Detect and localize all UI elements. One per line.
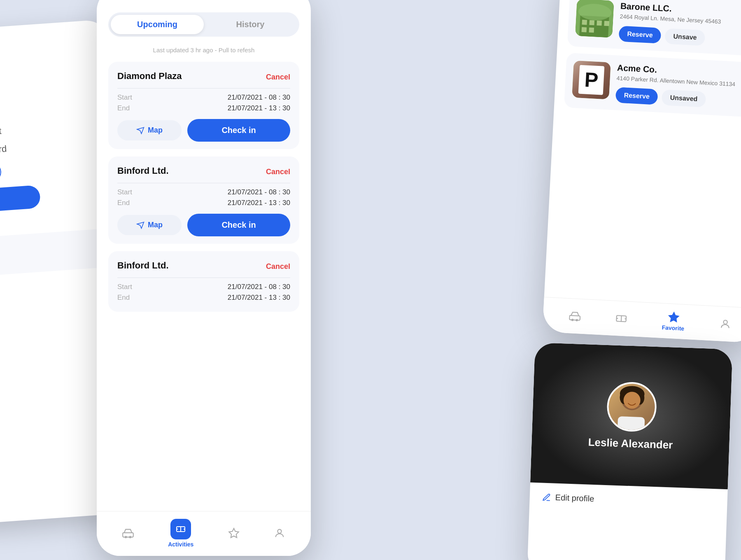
start-label-2: Start bbox=[117, 188, 132, 196]
left-card-1: 3 : 30 3 : 30 bbox=[0, 229, 111, 278]
activities-badge bbox=[170, 519, 191, 539]
cancel-button-3[interactable]: Cancel bbox=[266, 262, 290, 271]
right-phone: Barone LLC. 2464 Royal Ln. Mesa, Ne Jers… bbox=[542, 0, 741, 343]
svg-point-4 bbox=[129, 537, 131, 538]
parking-image: P bbox=[572, 60, 611, 99]
start-date-2: 21/07/2021 - 08 : 30 bbox=[228, 188, 290, 196]
favorite-label: Favorite bbox=[662, 324, 684, 332]
end-date-1: 21/07/2021 - 13 : 30 bbox=[228, 104, 290, 112]
building-svg bbox=[575, 0, 614, 38]
start-label-3: Start bbox=[117, 283, 132, 291]
cancel-button-2[interactable]: Cancel bbox=[266, 168, 290, 176]
save-button[interactable]: ☆ Save bbox=[0, 162, 2, 184]
svg-marker-21 bbox=[669, 312, 678, 322]
fav-info-2: Acme Co. 4140 Parker Rd. Allentown New M… bbox=[615, 63, 741, 110]
profile-phone: Leslie Alexander Edit profile bbox=[527, 343, 732, 560]
booking-start-row-3: Start 21/07/2021 - 08 : 30 bbox=[117, 283, 290, 291]
checkin-label-2: Check in bbox=[221, 220, 256, 230]
booking-start-row-2: Start 21/07/2021 - 08 : 30 bbox=[117, 188, 290, 196]
svg-rect-10 bbox=[582, 20, 587, 25]
right-nav-ticket[interactable] bbox=[615, 313, 627, 324]
booking-end-row-1: End 21/07/2021 - 13 : 30 bbox=[117, 104, 290, 112]
hours-text: ours bbox=[0, 273, 112, 292]
profile-nav-icon bbox=[274, 527, 285, 539]
svg-marker-1 bbox=[137, 222, 144, 228]
profile-name: Leslie Alexander bbox=[588, 436, 673, 451]
car-icon bbox=[122, 527, 134, 539]
end-date-3: 21/07/2021 - 13 : 30 bbox=[228, 294, 290, 302]
start-label-1: Start bbox=[117, 93, 132, 102]
nav-item-profile[interactable] bbox=[274, 527, 285, 539]
unsave-button-1[interactable]: Unsave bbox=[665, 28, 706, 46]
svg-rect-11 bbox=[589, 20, 594, 26]
end-date-2: 21/07/2021 - 13 : 30 bbox=[228, 199, 290, 207]
checkin-button-2[interactable]: Check in bbox=[187, 214, 290, 236]
center-phone: Upcoming History Last updated 3 hr ago -… bbox=[97, 0, 311, 556]
svg-point-19 bbox=[576, 320, 578, 321]
fav-actions-2: Reserve Unsaved bbox=[615, 87, 741, 110]
svg-rect-13 bbox=[604, 21, 609, 26]
booking-actions-1: Map Check in bbox=[117, 119, 290, 142]
tab-upcoming[interactable]: Upcoming bbox=[111, 15, 204, 34]
fav-card-1: Barone LLC. 2464 Royal Ln. Mesa, Ne Jers… bbox=[567, 0, 741, 56]
svg-rect-28 bbox=[618, 416, 645, 430]
checkin-label-1: Check in bbox=[221, 126, 256, 135]
map-label-1: Map bbox=[148, 126, 163, 135]
tab-history[interactable]: History bbox=[204, 15, 297, 34]
blue-button[interactable] bbox=[0, 185, 41, 214]
nav-item-car[interactable] bbox=[122, 527, 134, 539]
svg-point-18 bbox=[572, 319, 573, 321]
edit-profile-label: Edit profile bbox=[555, 493, 594, 504]
svg-point-22 bbox=[724, 320, 728, 324]
bottom-nav-right: Favorite bbox=[542, 297, 741, 343]
svg-rect-17 bbox=[569, 315, 580, 320]
reserve-button-1[interactable]: Reserve bbox=[619, 26, 662, 43]
map-button-2[interactable]: Map bbox=[117, 215, 182, 235]
left-item-security: ecurity guard bbox=[0, 137, 103, 158]
security-guard-text: ecurity guard bbox=[0, 143, 7, 158]
svg-rect-2 bbox=[123, 533, 133, 537]
map-label-2: Map bbox=[148, 221, 163, 229]
booking-name-2: Binford Ltd. bbox=[117, 166, 169, 176]
fav-info-1: Barone LLC. 2464 Royal Ln. Mesa, Ne Jers… bbox=[619, 1, 741, 49]
star-nav-icon bbox=[228, 527, 240, 539]
fav-card-2: P Acme Co. 4140 Parker Rd. Allentown New… bbox=[564, 53, 741, 118]
building-image bbox=[575, 0, 614, 38]
profile-avatar bbox=[606, 381, 657, 432]
end-label-3: End bbox=[117, 294, 130, 302]
svg-point-7 bbox=[278, 530, 282, 533]
edit-icon bbox=[542, 492, 551, 502]
svg-rect-15 bbox=[589, 28, 594, 33]
map-icon-2 bbox=[136, 221, 144, 229]
svg-marker-0 bbox=[137, 127, 144, 133]
fav-img-2: P bbox=[572, 60, 611, 99]
start-date-3: 21/07/2021 - 08 : 30 bbox=[228, 283, 290, 291]
bottom-nav-center: Activities bbox=[97, 511, 311, 556]
fav-actions-1: Reserve Unsave bbox=[619, 26, 741, 48]
start-date-1: 21/07/2021 - 08 : 30 bbox=[228, 93, 290, 102]
tabs-container: Upcoming History bbox=[108, 12, 299, 37]
activities-label: Activities bbox=[168, 541, 193, 548]
disabled-spot-text: isabled spot bbox=[0, 126, 2, 140]
car-icon-right bbox=[569, 310, 580, 322]
booking-actions-2: Map Check in bbox=[117, 214, 290, 236]
right-nav-car[interactable] bbox=[569, 310, 580, 322]
right-nav-profile[interactable] bbox=[719, 318, 731, 330]
map-button-1[interactable]: Map bbox=[117, 120, 182, 140]
checkin-button-1[interactable]: Check in bbox=[187, 119, 290, 142]
unsave-button-2[interactable]: Unsaved bbox=[662, 89, 706, 107]
ticket-icon-right bbox=[615, 313, 627, 324]
svg-point-3 bbox=[125, 537, 127, 538]
parking-p-letter: P bbox=[578, 65, 605, 95]
nav-item-activities[interactable]: Activities bbox=[168, 519, 193, 548]
booking-card-3: Binford Ltd. Cancel Start 21/07/2021 - 0… bbox=[108, 251, 299, 312]
profile-header: Leslie Alexander bbox=[530, 343, 733, 490]
svg-rect-14 bbox=[582, 27, 587, 33]
booking-name-1: Diamond Plaza bbox=[117, 71, 182, 82]
reserve-button-2[interactable]: Reserve bbox=[615, 87, 658, 105]
right-nav-star[interactable]: Favorite bbox=[662, 311, 685, 332]
booking-start-row-1: Start 21/07/2021 - 08 : 30 bbox=[117, 93, 290, 102]
booking-card-1: Diamond Plaza Cancel Start 21/07/2021 - … bbox=[108, 62, 299, 149]
cancel-button-1[interactable]: Cancel bbox=[266, 73, 290, 82]
nav-item-favorites[interactable] bbox=[228, 527, 240, 539]
